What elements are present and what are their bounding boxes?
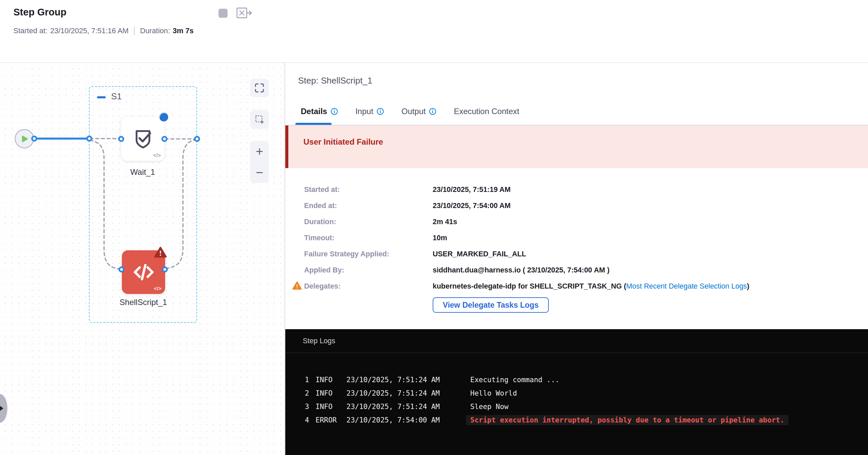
failure-banner: User Initiated Failure — [285, 126, 868, 168]
pipeline-canvas[interactable]: S1 </> Wait_1 — [0, 62, 285, 455]
node-label-shellscript-1: ShellScript_1 — [100, 298, 187, 307]
port-shell-out[interactable] — [162, 266, 168, 272]
running-spinner-icon — [158, 111, 169, 124]
step-logs-title: Step Logs — [285, 329, 868, 353]
detail-row-started-at: Started at: 23/10/2025, 7:51:19 AM — [285, 186, 861, 202]
port-start-out[interactable] — [31, 136, 37, 141]
zoom-in-button[interactable]: + — [250, 141, 269, 162]
detail-row-failure-strategy: Failure Strategy Applied: USER_MARKED_FA… — [285, 250, 861, 266]
chevron-right-icon — [0, 405, 3, 411]
zoom-control: + − — [250, 141, 269, 183]
port-wait-out[interactable] — [161, 136, 167, 142]
detail-row-ended-at: Ended at: 23/10/2025, 7:54:00 AM — [285, 202, 861, 218]
marquee-select-button[interactable] — [250, 110, 269, 129]
duration-label: Duration: — [140, 27, 170, 35]
group-label: S1 — [111, 91, 122, 102]
play-icon — [20, 134, 30, 144]
duration-value: 3m 7s — [173, 27, 193, 35]
code-glyph-icon: </> — [154, 286, 162, 291]
wait-step-icon — [131, 128, 154, 150]
step-details-list: Started at: 23/10/2025, 7:51:19 AM Ended… — [285, 186, 861, 298]
log-line: 2 INFO 23/10/2025, 7:51:24 AM Hello Worl… — [285, 387, 868, 400]
execution-meta: Started at: 23/10/2025, 7:51:16 AM Durat… — [13, 27, 194, 35]
view-delegate-tasks-logs-button[interactable]: View Delegate Tasks Logs — [433, 297, 549, 313]
step-title: Step: ShellScript_1 — [298, 75, 372, 86]
meta-divider — [134, 27, 134, 35]
delegate-selection-logs-link[interactable]: Most Recent Delegate Selection Logs — [626, 282, 747, 290]
log-line: 1 INFO 23/10/2025, 7:51:24 AM Executing … — [285, 373, 868, 387]
log-lines: 1 INFO 23/10/2025, 7:51:24 AM Executing … — [285, 353, 868, 427]
tab-input[interactable]: Input — [355, 107, 384, 116]
marquee-select-icon — [255, 115, 264, 124]
fit-to-screen-icon — [255, 83, 264, 93]
step-logs-console[interactable]: Step Logs 1 INFO 23/10/2025, 7:51:24 AM … — [285, 329, 868, 455]
port-group-out[interactable] — [194, 136, 200, 142]
executed-edge — [34, 137, 89, 139]
started-at-value: 23/10/2025, 7:51:16 AM — [50, 27, 129, 35]
info-icon — [429, 108, 436, 115]
stop-icon[interactable] — [218, 9, 227, 18]
detail-row-timeout: Timeout: 10m — [285, 234, 861, 250]
warning-icon — [292, 281, 302, 292]
header: Step Group Started at: 23/10/2025, 7:51:… — [0, 0, 868, 62]
failure-banner-text: User Initiated Failure — [304, 137, 383, 147]
info-icon — [331, 108, 338, 115]
abort-exit-icon[interactable] — [236, 7, 252, 20]
delegates-value: kubernetes-delegate-idp for SHELL_SCRIPT… — [433, 282, 749, 291]
fit-to-screen-button[interactable] — [250, 78, 269, 97]
step-group-execution-view: Step Group Started at: 23/10/2025, 7:51:… — [0, 0, 868, 455]
code-glyph-icon: </> — [153, 153, 161, 158]
detail-tabs: Details Input Output — [301, 107, 519, 116]
step-details-panel: Step: ShellScript_1 Details Input — [285, 62, 868, 455]
port-shell-in[interactable] — [119, 266, 125, 272]
zoom-out-button[interactable]: − — [250, 162, 269, 183]
detail-row-delegates: Delegates: kubernetes-delegate-idp for S… — [285, 282, 861, 298]
log-line: 3 INFO 23/10/2025, 7:51:24 AM Sleep Now — [285, 400, 868, 413]
page-title: Step Group — [13, 7, 66, 18]
started-at-label: Started at: — [13, 27, 48, 35]
port-group-in[interactable] — [86, 136, 92, 141]
detail-row-duration: Duration: 2m 41s — [285, 218, 861, 234]
port-wait-in[interactable] — [118, 136, 124, 142]
tab-details[interactable]: Details — [301, 107, 338, 116]
log-line-error: 4 ERROR 23/10/2025, 7:54:00 AM Script ex… — [285, 413, 868, 427]
shell-script-icon — [131, 259, 156, 285]
collapse-group-icon[interactable] — [97, 96, 106, 98]
info-icon — [377, 108, 384, 115]
node-label-wait-1: Wait_1 — [99, 167, 186, 177]
tab-output[interactable]: Output — [401, 107, 436, 116]
failure-warning-badge-icon — [154, 246, 167, 260]
tab-execution-context[interactable]: Execution Context — [454, 107, 519, 116]
detail-row-applied-by: Applied By: siddhant.dua@harness.io ( 23… — [285, 266, 861, 282]
